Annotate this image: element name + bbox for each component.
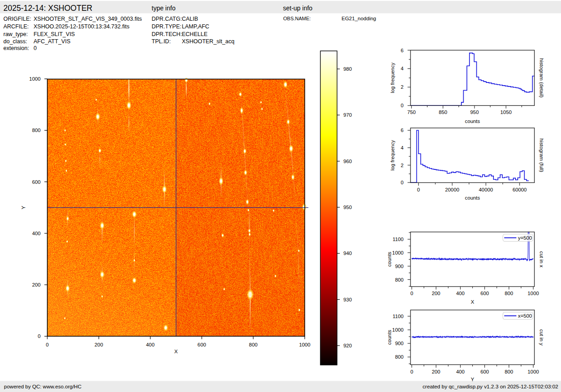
svg-text:set-up info: set-up info — [283, 5, 313, 12]
svg-text:6: 6 — [401, 48, 403, 53]
svg-text:930: 930 — [343, 297, 352, 302]
svg-text:0: 0 — [410, 291, 413, 296]
svg-text:1000: 1000 — [299, 342, 310, 347]
svg-text:600: 600 — [480, 369, 489, 374]
svg-text:histogram (full): histogram (full) — [539, 138, 544, 172]
svg-text:980: 980 — [343, 66, 352, 72]
svg-text:800: 800 — [395, 277, 404, 283]
svg-text:200: 200 — [432, 369, 440, 374]
svg-text:750: 750 — [407, 109, 416, 115]
svg-text:800: 800 — [395, 354, 404, 360]
svg-text:ARCFILE:: ARCFILE: — [4, 23, 29, 30]
svg-text:200: 200 — [95, 342, 103, 347]
svg-text:400: 400 — [456, 291, 465, 296]
svg-text:cut in x: cut in x — [539, 251, 544, 268]
svg-text:400: 400 — [32, 231, 41, 236]
svg-text:4: 4 — [401, 145, 403, 150]
svg-text:1000: 1000 — [528, 291, 539, 296]
svg-text:DPR.TYPE:: DPR.TYPE: — [152, 23, 182, 30]
svg-text:raw_type:: raw_type: — [4, 31, 28, 37]
svg-text:600: 600 — [480, 291, 489, 296]
svg-text:900: 900 — [395, 341, 404, 346]
svg-text:400: 400 — [456, 369, 465, 374]
svg-text:counts: counts — [465, 119, 480, 124]
svg-text:800: 800 — [505, 369, 513, 374]
svg-text:powered by QC: www.eso.org/HC: powered by QC: www.eso.org/HC — [4, 384, 82, 389]
svg-text:600: 600 — [32, 179, 41, 185]
svg-text:y=500: y=500 — [518, 235, 532, 241]
svg-text:XSHOOTER_SLT_AFC_VIS_349_0003.: XSHOOTER_SLT_AFC_VIS_349_0003.fits — [34, 16, 142, 22]
svg-text:0: 0 — [410, 369, 413, 374]
svg-text:created by qc_rawdisp.py v1.2.: created by qc_rawdisp.py v1.2.3 on 2025-… — [423, 383, 558, 389]
svg-text:1100: 1100 — [392, 314, 403, 319]
svg-text:800: 800 — [249, 342, 258, 347]
svg-text:CALIB: CALIB — [182, 16, 198, 22]
svg-text:1000: 1000 — [528, 369, 539, 374]
svg-text:Y: Y — [21, 205, 27, 209]
svg-text:800: 800 — [505, 291, 513, 296]
svg-text:DPR.TECH:: DPR.TECH: — [152, 31, 182, 37]
svg-text:0: 0 — [401, 103, 403, 108]
svg-text:1100: 1100 — [392, 237, 403, 242]
svg-text:6: 6 — [401, 128, 403, 133]
svg-text:950: 950 — [343, 205, 352, 210]
svg-text:950: 950 — [470, 109, 479, 115]
svg-text:4: 4 — [401, 66, 403, 71]
svg-text:0: 0 — [34, 45, 37, 51]
svg-text:XSHOO.2025-12-15T00:13:34.732.: XSHOO.2025-12-15T00:13:34.732.fits — [34, 23, 130, 30]
svg-text:counts: counts — [465, 195, 480, 201]
svg-text:do_class:: do_class: — [4, 38, 27, 45]
svg-text:1000: 1000 — [392, 327, 403, 333]
svg-text:2025-12-14: XSHOOTER: 2025-12-14: XSHOOTER — [4, 4, 92, 13]
svg-text:0: 0 — [46, 342, 49, 347]
svg-text:log frequency: log frequency — [390, 63, 396, 93]
svg-text:Y: Y — [471, 377, 474, 382]
svg-text:400: 400 — [146, 342, 155, 347]
svg-text:ECHELLE: ECHELLE — [182, 31, 208, 37]
svg-text:0: 0 — [417, 187, 420, 192]
svg-text:20000: 20000 — [445, 187, 459, 192]
svg-text:1000: 1000 — [29, 76, 41, 82]
svg-text:960: 960 — [343, 159, 352, 164]
svg-text:0: 0 — [38, 333, 41, 339]
svg-text:800: 800 — [32, 128, 41, 133]
svg-text:log frequency: log frequency — [390, 140, 396, 170]
svg-text:1000: 1000 — [392, 250, 403, 255]
svg-text:LAMP,AFC: LAMP,AFC — [182, 23, 210, 30]
svg-text:x=500: x=500 — [518, 313, 532, 319]
svg-text:600: 600 — [197, 342, 206, 347]
svg-text:type info: type info — [152, 5, 176, 12]
svg-text:extension:: extension: — [4, 45, 29, 51]
svg-text:970: 970 — [343, 112, 352, 118]
svg-text:2: 2 — [401, 163, 403, 168]
svg-text:200: 200 — [32, 282, 41, 287]
svg-text:40000: 40000 — [479, 187, 493, 192]
svg-text:X: X — [471, 299, 474, 305]
svg-text:FLEX_SLIT_VIS: FLEX_SLIT_VIS — [34, 31, 75, 37]
svg-text:X: X — [174, 349, 178, 354]
svg-text:TPL.ID:: TPL.ID: — [152, 38, 171, 45]
svg-text:XSHOOTER_slt_acq: XSHOOTER_slt_acq — [182, 38, 235, 45]
svg-text:counts: counts — [387, 251, 392, 267]
svg-text:2: 2 — [401, 84, 403, 90]
svg-text:1050: 1050 — [500, 109, 511, 115]
svg-text:900: 900 — [395, 264, 404, 269]
svg-text:DPR.CATG:: DPR.CATG: — [152, 16, 182, 22]
svg-text:850: 850 — [439, 109, 447, 115]
svg-text:AFC_ATT_VIS: AFC_ATT_VIS — [34, 38, 71, 45]
svg-text:EG21_nodding: EG21_nodding — [342, 16, 376, 21]
svg-text:60000: 60000 — [512, 187, 526, 192]
svg-text:histogram (detail): histogram (detail) — [539, 58, 544, 98]
svg-text:200: 200 — [432, 291, 440, 296]
svg-text:0: 0 — [401, 180, 403, 185]
svg-text:OBS.NAME:: OBS.NAME: — [283, 16, 311, 21]
svg-text:counts: counts — [387, 330, 392, 345]
svg-text:cut in y: cut in y — [539, 329, 544, 346]
svg-text:920: 920 — [343, 343, 352, 348]
svg-text:940: 940 — [343, 251, 352, 256]
svg-text:ORIGFILE:: ORIGFILE: — [4, 16, 32, 22]
